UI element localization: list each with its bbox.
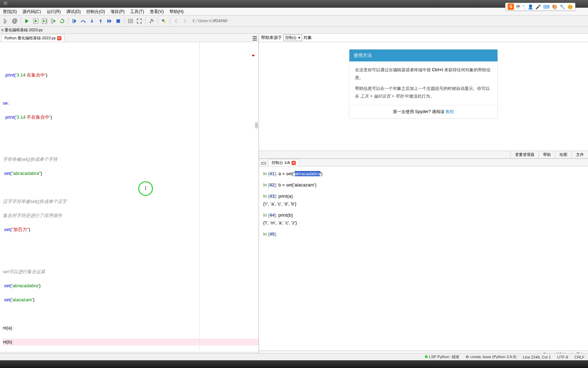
svg-marker-12 <box>74 19 76 23</box>
help-card: 使用方法 在这里你可以通过在编辑器或者终端中按 Ctrl+I 来获得任何对象的帮… <box>349 49 498 119</box>
step-out-icon[interactable] <box>97 17 105 25</box>
close-tab-icon[interactable]: ✕ <box>57 36 61 40</box>
menu-project[interactable]: 项目(P) <box>108 8 127 15</box>
run-cell-icon[interactable] <box>32 17 40 25</box>
find-icon[interactable] <box>127 17 134 25</box>
ime-skin-icon[interactable]: 🎨 <box>552 4 557 9</box>
console-output: {'r', 'a', 'c', 'd', 'b'} <box>263 200 584 208</box>
maximize-icon[interactable] <box>135 17 143 25</box>
menu-help[interactable]: 帮助(H) <box>167 8 187 15</box>
ime-mic-icon[interactable]: 🎤 <box>535 4 541 9</box>
scrollbar-marker <box>252 55 254 56</box>
run-cell-advance-icon[interactable] <box>41 17 48 25</box>
stop-debug-icon[interactable] <box>114 17 122 25</box>
ime-toolbar[interactable]: S 中 °, 👤 🎤 ⌨ 🎨 🔧 😊 <box>505 3 575 11</box>
ime-lang-indicator[interactable]: 中 <box>516 4 520 10</box>
back-icon[interactable] <box>172 17 180 25</box>
svg-marker-10 <box>61 19 63 20</box>
status-conda[interactable]: ⚙ conda: base (Python 3.8.8) <box>466 355 516 359</box>
svg-rect-21 <box>129 21 132 22</box>
svg-rect-0 <box>4 19 5 20</box>
step-into-icon[interactable] <box>88 17 96 25</box>
run-icon[interactable] <box>23 17 31 25</box>
ime-keyboard-icon[interactable]: ⌨ <box>543 4 550 9</box>
svg-marker-5 <box>35 20 37 22</box>
help-card-title: 使用方法 <box>349 50 497 61</box>
editor-tab[interactable]: Python 量化编程基础-2023.py ✕ <box>1 34 65 42</box>
tab-files[interactable]: 文件 <box>572 151 588 158</box>
forward-icon[interactable] <box>181 17 189 25</box>
file-tabs: n 量化编程基础-2023.py <box>0 27 588 34</box>
menu-view[interactable]: 查看(V) <box>147 8 167 15</box>
console-list-icon[interactable]: ▭ <box>261 159 266 166</box>
menubar: 查找(S) 源代码(C) 运行(R) 调试(D) 控制台(O) 项目(P) 工具… <box>0 8 588 15</box>
tab-variable-explorer[interactable]: 变量管理器 <box>510 151 539 158</box>
code-editor[interactable]: print('3.14 在集合中') se: print('3.14 不在集合中… <box>0 42 259 350</box>
status-encoding[interactable]: UTF-8 <box>557 355 568 359</box>
ime-user-icon[interactable]: 👤 <box>528 4 533 9</box>
debug-start-icon[interactable] <box>71 17 78 25</box>
ipython-console[interactable]: In [41]: a = set('abracadabra') In [42]:… <box>259 166 588 350</box>
run-selection-icon[interactable] <box>49 17 57 25</box>
ime-punct-icon[interactable]: °, <box>522 4 526 9</box>
close-console-icon[interactable]: ✕ <box>292 161 296 165</box>
working-dir-path: C:\Users\MIAPAD <box>193 19 227 23</box>
svg-rect-20 <box>129 20 132 21</box>
menu-source[interactable]: 源代码(C) <box>20 8 44 15</box>
svg-rect-19 <box>128 19 133 23</box>
console-tab[interactable]: 控制台 1/A ✕ <box>268 159 299 166</box>
window-titlebar: .8) <box>0 0 588 8</box>
svg-marker-7 <box>43 20 45 22</box>
svg-marker-16 <box>107 19 109 23</box>
preferences-icon[interactable] <box>148 17 155 25</box>
step-over-icon[interactable] <box>79 17 87 25</box>
tab-plots[interactable]: 绘图 <box>555 151 572 158</box>
menu-run[interactable]: 运行(R) <box>44 8 64 15</box>
help-object-label: 对象 <box>303 35 312 41</box>
at-icon[interactable]: @ <box>11 17 19 25</box>
svg-rect-11 <box>73 19 73 23</box>
editor-pane: Python 量化编程基础-2023.py ✕ ☰ print('3.14 在集… <box>0 34 259 358</box>
svg-rect-8 <box>51 19 53 23</box>
svg-marker-3 <box>25 19 29 23</box>
menu-tools[interactable]: 工具(T) <box>127 8 147 15</box>
file-tab[interactable]: n 量化编程基础-2023.py <box>1 27 43 33</box>
menu-debug[interactable]: 调试(D) <box>64 8 83 15</box>
sogou-logo-icon[interactable]: S <box>508 4 514 10</box>
svg-marker-9 <box>54 20 56 22</box>
statusbar: LSP Python: 就绪 ⚙ conda: base (Python 3.8… <box>0 353 588 360</box>
menu-console[interactable]: 控制台(O) <box>83 8 108 15</box>
svg-point-23 <box>163 21 166 23</box>
continue-icon[interactable] <box>106 17 113 25</box>
ime-tool-icon[interactable]: 🔧 <box>560 4 565 9</box>
svg-marker-14 <box>91 21 93 23</box>
svg-rect-2 <box>4 22 6 23</box>
editor-vscroll-thumb[interactable] <box>255 122 258 129</box>
svg-rect-18 <box>116 19 120 23</box>
chevron-down-icon: ▾ <box>298 35 300 40</box>
ime-emoji-icon[interactable]: 😊 <box>567 4 573 9</box>
help-source-label: 帮助来源于 <box>261 35 282 41</box>
status-lsp: LSP Python: 就绪 <box>425 354 459 360</box>
toolbar: @ C:\Users\MIAPAD <box>0 15 588 27</box>
console-output: {'l', 'm', 'a', 'c', 'z'} <box>263 219 584 227</box>
menu-find[interactable]: 查找(S) <box>0 8 20 15</box>
outline-icon[interactable] <box>2 17 10 25</box>
help-pane: 帮助来源于 控制台▾ 对象 使用方法 在这里你可以通过在编辑器或者终端中按 Ct… <box>259 34 588 159</box>
rerun-icon[interactable] <box>58 17 66 25</box>
status-eol[interactable]: CRLF <box>574 355 584 359</box>
tab-help[interactable]: 帮助 <box>539 151 555 158</box>
svg-rect-1 <box>4 21 7 21</box>
svg-marker-17 <box>109 19 112 23</box>
tutorial-link[interactable]: 教程 <box>446 109 454 114</box>
status-cursor-pos: Line 2248, Col 1 <box>523 355 551 359</box>
svg-marker-15 <box>99 19 102 21</box>
tab-menu-icon[interactable]: ☰ <box>252 35 257 42</box>
console-pane: ▭ 控制台 1/A ✕ In [41]: a = set('abracadabr… <box>259 159 588 358</box>
os-taskbar[interactable] <box>0 360 588 368</box>
help-source-combo[interactable]: 控制台▾ <box>283 34 302 41</box>
python-path-icon[interactable] <box>160 17 168 25</box>
